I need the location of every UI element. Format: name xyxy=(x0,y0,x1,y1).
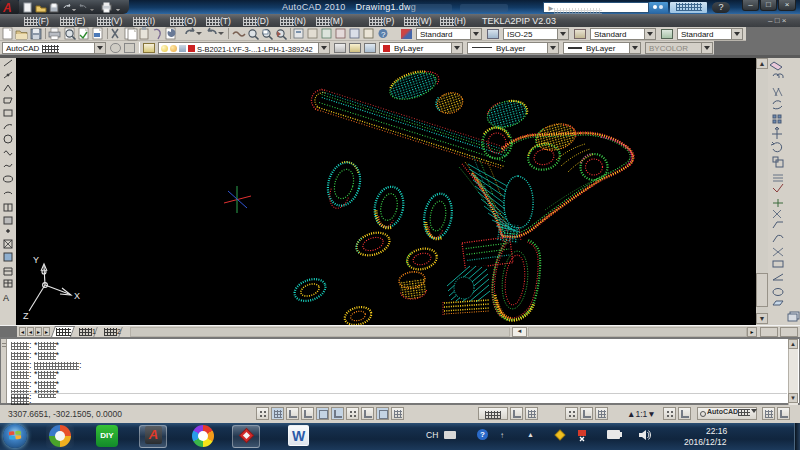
svg-text:X: X xyxy=(74,291,80,301)
svg-text:A: A xyxy=(3,293,9,303)
svg-text:Y: Y xyxy=(33,255,39,265)
svg-text:Z: Z xyxy=(23,311,29,321)
svg-text:?: ? xyxy=(381,30,386,39)
